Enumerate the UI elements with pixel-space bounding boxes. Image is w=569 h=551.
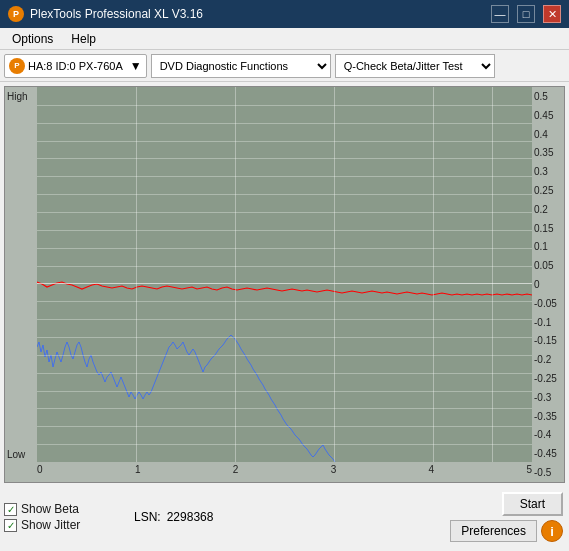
y-right-15: -0.25 <box>534 373 562 384</box>
x-label-2: 2 <box>233 464 239 475</box>
chart-low-label: Low <box>7 449 25 460</box>
y-right-7: 0.15 <box>534 223 562 234</box>
lsn-label: LSN: <box>134 510 161 524</box>
show-jitter-checkbox[interactable]: ✓ <box>4 519 17 532</box>
start-button[interactable]: Start <box>502 492 563 516</box>
minimize-button[interactable]: — <box>491 5 509 23</box>
menu-options[interactable]: Options <box>4 30 61 48</box>
lsn-value: 2298368 <box>167 510 214 524</box>
chart-container: High Low <box>4 86 565 483</box>
y-right-12: -0.1 <box>534 317 562 328</box>
y-right-8: 0.1 <box>534 241 562 252</box>
menu-help[interactable]: Help <box>63 30 104 48</box>
checkboxes: ✓ Show Beta ✓ Show Jitter <box>4 502 114 532</box>
close-button[interactable]: ✕ <box>543 5 561 23</box>
x-label-3: 3 <box>331 464 337 475</box>
function-select[interactable]: DVD Diagnostic Functions <box>151 54 331 78</box>
plot-area <box>37 87 532 462</box>
drive-label: HA:8 ID:0 PX-760A <box>28 60 123 72</box>
y-right-9: 0.05 <box>534 260 562 271</box>
y-right-13: -0.15 <box>534 335 562 346</box>
titlebar: P PlexTools Professional XL V3.16 — □ ✕ <box>0 0 569 28</box>
y-right-14: -0.2 <box>534 354 562 365</box>
window-title: PlexTools Professional XL V3.16 <box>30 7 203 21</box>
drive-selector[interactable]: P HA:8 ID:0 PX-760A ▼ <box>4 54 147 78</box>
y-right-5: 0.25 <box>534 185 562 196</box>
y-right-6: 0.2 <box>534 204 562 215</box>
drive-icon: P <box>9 58 25 74</box>
y-right-11: -0.05 <box>534 298 562 309</box>
y-right-18: -0.4 <box>534 429 562 440</box>
y-right-10: 0 <box>534 279 562 290</box>
maximize-button[interactable]: □ <box>517 5 535 23</box>
x-axis: 0 1 2 3 4 5 <box>37 462 532 482</box>
show-jitter-row: ✓ Show Jitter <box>4 518 114 532</box>
y-right-2: 0.4 <box>534 129 562 140</box>
buttons-area: Start Preferences i <box>450 492 565 542</box>
toolbar: P HA:8 ID:0 PX-760A ▼ DVD Diagnostic Fun… <box>0 50 569 82</box>
drive-dropdown-icon: ▼ <box>130 59 142 73</box>
show-beta-checkbox[interactable]: ✓ <box>4 503 17 516</box>
chart-svg <box>37 87 532 462</box>
x-label-1: 1 <box>135 464 141 475</box>
main-area: High Low <box>0 82 569 551</box>
chart-inner: High Low <box>5 87 564 482</box>
app-icon: P <box>8 6 24 22</box>
chart-high-label: High <box>7 91 28 102</box>
menubar: Options Help <box>0 28 569 50</box>
y-right-19: -0.45 <box>534 448 562 459</box>
prefs-row: Preferences i <box>450 520 563 542</box>
test-select[interactable]: Q-Check Beta/Jitter Test <box>335 54 495 78</box>
show-beta-label: Show Beta <box>21 502 79 516</box>
titlebar-left: P PlexTools Professional XL V3.16 <box>8 6 203 22</box>
y-right-1: 0.45 <box>534 110 562 121</box>
show-jitter-label: Show Jitter <box>21 518 80 532</box>
x-label-4: 4 <box>429 464 435 475</box>
x-label-0: 0 <box>37 464 43 475</box>
show-beta-row: ✓ Show Beta <box>4 502 114 516</box>
y-right-16: -0.3 <box>534 392 562 403</box>
y-axis-right: 0.5 0.45 0.4 0.35 0.3 0.25 0.2 0.15 0.1 … <box>532 87 564 482</box>
lsn-area: LSN: 2298368 <box>114 510 450 524</box>
info-button[interactable]: i <box>541 520 563 542</box>
y-right-0: 0.5 <box>534 91 562 102</box>
y-right-17: -0.35 <box>534 411 562 422</box>
window-controls: — □ ✕ <box>491 5 561 23</box>
y-right-20: -0.5 <box>534 467 562 478</box>
y-right-4: 0.3 <box>534 166 562 177</box>
bottom-panel: ✓ Show Beta ✓ Show Jitter LSN: 2298368 S… <box>4 487 565 547</box>
preferences-button[interactable]: Preferences <box>450 520 537 542</box>
y-right-3: 0.35 <box>534 147 562 158</box>
